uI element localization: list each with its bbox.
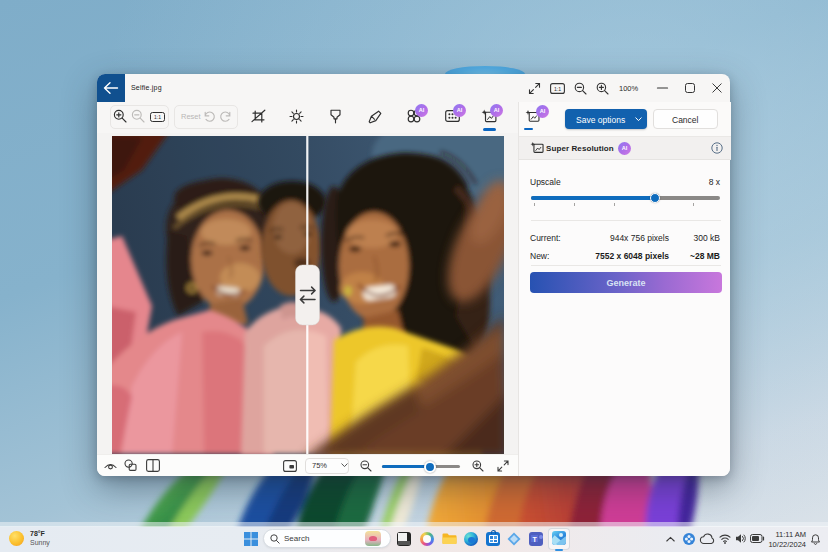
svg-text:1:1: 1:1 — [554, 86, 561, 92]
svg-text:1:1: 1:1 — [154, 114, 161, 120]
